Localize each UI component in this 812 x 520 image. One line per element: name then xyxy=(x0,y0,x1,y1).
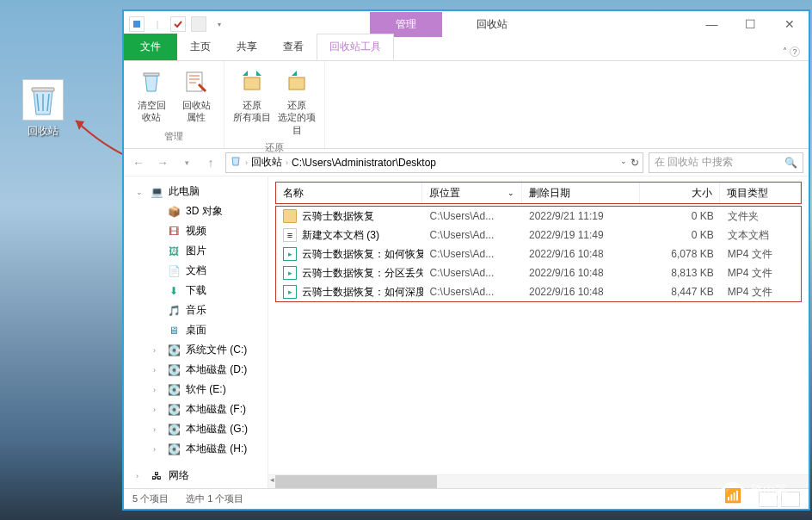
expand-icon[interactable]: › xyxy=(136,472,145,480)
tree-item-icon: 💽 xyxy=(167,443,181,456)
tree-item[interactable]: 🎞视频 xyxy=(124,221,268,241)
column-headers: 名称 原位置⌄ 删除日期 大小 项目类型 xyxy=(275,182,802,204)
crumb-sep-icon: › xyxy=(286,158,288,167)
close-button[interactable]: ✕ xyxy=(770,12,809,36)
tree-item-label: 视频 xyxy=(186,224,206,238)
desktop-recycle-bin[interactable]: 回收站 xyxy=(17,79,69,139)
video-file-icon: ▸ xyxy=(283,266,297,280)
file-row[interactable]: 云骑士数据恢复 C:\Users\Ad... 2022/9/21 11:19 0… xyxy=(276,207,801,226)
tab-view[interactable]: 查看 xyxy=(270,34,317,60)
file-name: 云骑士数据恢复 xyxy=(302,209,374,224)
address-refresh-button[interactable]: ↻ xyxy=(631,157,639,169)
expand-icon[interactable]: ⌄ xyxy=(136,188,145,196)
nav-tree: ⌄ 💻 此电脑 📦3D 对象🎞视频🖼图片📄文档⬇下载🎵音乐🖥桌面›💽系统文件 (… xyxy=(124,176,268,488)
maximize-button[interactable]: ☐ xyxy=(731,12,770,36)
file-size: 0 KB xyxy=(640,229,720,241)
expand-icon[interactable]: › xyxy=(153,445,162,454)
nav-forward-button[interactable]: → xyxy=(153,153,172,172)
file-size: 6,078 KB xyxy=(640,248,720,260)
qat-dropdown[interactable]: ▾ xyxy=(212,16,227,32)
nav-up-button[interactable]: ↑ xyxy=(201,153,220,172)
tree-item[interactable]: 📦3D 对象 xyxy=(124,201,268,221)
nav-history-button[interactable]: ▾ xyxy=(177,153,196,172)
expand-icon[interactable]: › xyxy=(153,346,162,355)
group-manage-label: 管理 xyxy=(129,128,218,145)
video-file-icon: ▸ xyxy=(283,247,297,261)
tree-item-icon: 🖥 xyxy=(167,324,181,337)
qat-divider: | xyxy=(150,16,165,32)
recycle-props-button[interactable]: 回收站 属性 xyxy=(174,65,218,128)
tree-item-icon: ⬇ xyxy=(167,284,181,298)
tree-item[interactable]: ›💽本地磁盘 (G:) xyxy=(124,419,268,439)
expand-icon[interactable]: › xyxy=(153,425,162,434)
network-icon: 🖧 xyxy=(150,469,163,483)
tree-item-icon: 💽 xyxy=(167,383,181,397)
tab-share[interactable]: 共享 xyxy=(224,34,270,60)
tree-item-label: 桌面 xyxy=(186,323,206,337)
tree-network[interactable]: › 🖧 网络 xyxy=(124,466,268,486)
tree-network-label: 网络 xyxy=(169,468,189,483)
tree-item-icon: 🎞 xyxy=(167,225,181,238)
tree-item[interactable]: ⬇下载 xyxy=(124,281,268,300)
col-orig-location[interactable]: 原位置⌄ xyxy=(422,183,521,203)
restore-all-icon xyxy=(238,68,266,96)
tree-item[interactable]: 🖥桌面 xyxy=(124,320,268,340)
tree-item-label: 文档 xyxy=(186,263,206,278)
tree-item-icon: 📄 xyxy=(167,264,181,278)
restore-all-button[interactable]: 还原 所有项目 xyxy=(230,65,274,139)
file-row[interactable]: ▸云骑士数据恢复：如何深度恢复数据 C:\Users\Ad... 2022/9/… xyxy=(276,282,801,301)
recycle-bin-icon xyxy=(22,79,64,121)
file-delete-date: 2022/9/16 10:48 xyxy=(522,267,640,279)
navbar: ← → ▾ ↑ › 回收站 › C:\Users\Administrator\D… xyxy=(124,149,809,176)
empty-recycle-button[interactable]: 清空回 收站 xyxy=(129,65,174,128)
col-name[interactable]: 名称 xyxy=(276,183,422,203)
svg-rect-0 xyxy=(32,88,54,91)
tab-recycle-tools[interactable]: 回收站工具 xyxy=(317,34,394,60)
expand-icon[interactable]: › xyxy=(153,405,162,414)
minimize-button[interactable]: — xyxy=(692,12,731,36)
breadcrumb-1[interactable]: 回收站 xyxy=(251,155,282,170)
tree-this-pc[interactable]: ⌄ 💻 此电脑 xyxy=(124,182,268,201)
nav-back-button[interactable]: ← xyxy=(129,153,148,172)
qat-icon-3[interactable] xyxy=(191,16,206,32)
search-box[interactable]: 在 回收站 中搜索 🔍 xyxy=(649,152,803,173)
file-orig-location: C:\Users\Ad... xyxy=(423,210,522,222)
text-file-icon: ≡ xyxy=(283,228,297,242)
recycle-bin-crumb-icon xyxy=(230,155,242,170)
tree-item[interactable]: ›💽本地磁盘 (D:) xyxy=(124,360,268,380)
scrollbar-thumb[interactable] xyxy=(275,475,437,488)
status-selected-count: 选中 1 个项目 xyxy=(186,492,243,505)
breadcrumb-2[interactable]: C:\Users\Administrator\Desktop xyxy=(292,157,436,169)
address-bar[interactable]: › 回收站 › C:\Users\Administrator\Desktop ⌄… xyxy=(225,152,643,173)
file-row[interactable]: ▸云骑士数据恢复：如何恢复U盘内... C:\Users\Ad... 2022/… xyxy=(276,245,801,263)
tree-item[interactable]: ›💽软件 (E:) xyxy=(124,380,268,399)
tree-item-label: 下载 xyxy=(186,283,206,298)
qat-icon-1[interactable] xyxy=(129,16,145,32)
col-item-type[interactable]: 项目类型 xyxy=(720,183,801,203)
tree-item[interactable]: ›💽本地磁盘 (H:) xyxy=(124,439,268,459)
restore-selected-button[interactable]: 还原 选定的项目 xyxy=(274,65,319,139)
tree-item[interactable]: 🖼图片 xyxy=(124,241,268,261)
desktop-recycle-label: 回收站 xyxy=(17,124,69,139)
tab-file[interactable]: 文件 xyxy=(124,34,177,60)
tree-item-label: 本地磁盘 (F:) xyxy=(186,402,246,417)
file-type: MP4 文件 xyxy=(721,285,801,300)
file-row[interactable]: ▸云骑士数据恢复：分区丢失的数据... C:\Users\Ad... 2022/… xyxy=(276,263,801,282)
expand-icon[interactable]: › xyxy=(153,386,162,394)
tree-item[interactable]: 📄文档 xyxy=(124,261,268,281)
col-delete-date[interactable]: 删除日期 xyxy=(522,183,640,203)
file-delete-date: 2022/9/19 11:49 xyxy=(522,229,640,241)
tree-item[interactable]: ›💽系统文件 (C:) xyxy=(124,340,268,360)
tree-item[interactable]: ›💽本地磁盘 (F:) xyxy=(124,399,268,419)
file-row[interactable]: ≡新建文本文档 (3) C:\Users\Ad... 2022/9/19 11:… xyxy=(276,226,801,245)
col-size[interactable]: 大小 xyxy=(640,183,721,203)
ribbon-collapse-button[interactable]: ˄ ? xyxy=(774,43,809,60)
qat-icon-2[interactable] xyxy=(170,16,186,32)
tab-home[interactable]: 主页 xyxy=(177,34,224,60)
expand-icon[interactable]: › xyxy=(153,366,162,375)
recycle-props-icon xyxy=(182,68,210,96)
address-dropdown-button[interactable]: ⌄ xyxy=(620,157,627,169)
tree-item[interactable]: 🎵音乐 xyxy=(124,300,268,320)
restore-all-label: 还原 所有项目 xyxy=(233,99,271,124)
tree-item-icon: 🖼 xyxy=(167,245,181,258)
